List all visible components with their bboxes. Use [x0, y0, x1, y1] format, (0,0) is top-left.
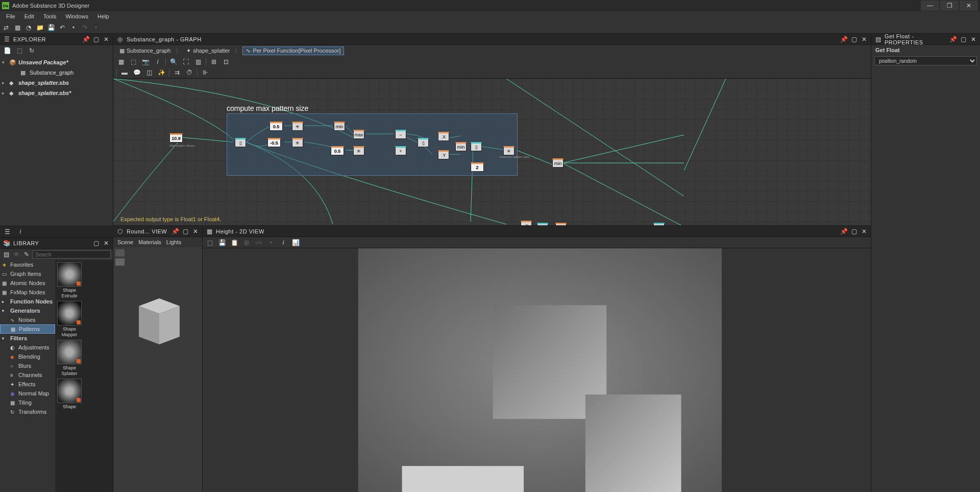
library-thumbnail[interactable]: Shape Splatter [57, 340, 82, 377]
dropdown-icon[interactable]: ▾ [267, 239, 275, 247]
close-button[interactable]: ✕ [960, 1, 978, 11]
camera-icon[interactable]: 📷 [141, 57, 150, 66]
maximize-panel-icon[interactable]: ▢ [850, 228, 857, 235]
menu-help[interactable]: Help [93, 12, 113, 20]
redo-dropdown-icon[interactable]: ▾ [92, 24, 100, 32]
library-tree-item[interactable]: ★Favorites [0, 260, 55, 269]
uv-icon[interactable]: UV [255, 239, 263, 247]
menu-edit[interactable]: Edit [20, 12, 38, 20]
node-min[interactable]: min [455, 142, 467, 151]
brush-icon[interactable]: ✎ [22, 250, 31, 259]
pin-icon[interactable]: 📌 [840, 228, 847, 235]
library-tree-item[interactable]: ≡Channels [0, 370, 55, 380]
tree-item-sbs[interactable]: ▸ ◆ shape_splatter.sbs [0, 78, 113, 88]
minimize-button[interactable]: — [921, 1, 939, 11]
eye-icon[interactable]: 👁 [12, 250, 20, 259]
library-tree-item[interactable]: ◐Adjustments [0, 343, 55, 352]
library-thumbnail[interactable]: Shape Mapper [57, 301, 82, 338]
chevron-right-icon[interactable]: ▸ [2, 90, 7, 96]
fit-icon[interactable]: ⛶ [181, 57, 190, 66]
tab-scene[interactable]: Scene [117, 239, 133, 245]
node-swizzle-y[interactable]: .Y [438, 150, 449, 159]
maximize-panel-icon[interactable]: ▢ [92, 36, 100, 43]
close-panel-icon[interactable]: ✕ [861, 228, 868, 235]
new-package-icon[interactable]: 📄 [3, 46, 11, 55]
close-panel-icon[interactable]: ✕ [103, 240, 110, 247]
menu-tools[interactable]: Tools [39, 12, 61, 20]
save-icon[interactable]: ⬚ [206, 239, 214, 247]
histogram-icon[interactable]: 📊 [291, 239, 300, 247]
globe-icon[interactable]: ◔ [24, 24, 33, 32]
node-icon[interactable]: ▬ [120, 68, 129, 77]
library-tree-item[interactable]: ○Blurs [0, 361, 55, 370]
menu-windows[interactable]: Windows [61, 12, 92, 20]
select-icon[interactable]: ▦ [116, 57, 126, 66]
export-icon[interactable]: 💾 [218, 239, 226, 247]
undo-dropdown-icon[interactable]: ▾ [69, 24, 78, 32]
library-tree-item[interactable]: ▦Atomic Nodes [0, 278, 55, 288]
node-op[interactable] [555, 223, 567, 225]
pin-icon[interactable]: 📌 [949, 36, 957, 43]
grid-icon[interactable]: ⊡ [222, 57, 231, 66]
save-icon[interactable]: 💾 [47, 24, 55, 32]
pin-icon[interactable]: 📌 [172, 228, 179, 235]
maximize-panel-icon[interactable]: ▢ [92, 240, 100, 247]
node-swizzle-x[interactable]: .X [521, 221, 532, 225]
library-tree-item[interactable]: ▭Graph Items [0, 269, 55, 278]
import-icon[interactable]: ⬚ [15, 46, 23, 55]
link-icon[interactable]: ⇄ [2, 24, 10, 32]
camera-icon[interactable] [115, 249, 125, 256]
node-min[interactable]: min [552, 158, 564, 168]
compute-icon[interactable]: ▦ [13, 24, 21, 32]
chevron-right-icon[interactable]: ▸ [2, 80, 7, 85]
maximize-button[interactable]: ❐ [940, 1, 959, 11]
copy-icon[interactable]: 📋 [230, 239, 238, 247]
highlight-icon[interactable]: ✨ [157, 68, 166, 77]
library-thumbnail[interactable]: Shape Extrude [57, 262, 82, 299]
library-tree-item[interactable]: ▾Filters [0, 334, 55, 343]
snap-icon[interactable]: ⊞ [209, 57, 218, 66]
timing-icon[interactable]: ⏱ [185, 68, 194, 77]
info-icon[interactable]: i [279, 239, 287, 247]
graph-canvas[interactable]: compute max pattern size 10.9 Max patter… [113, 79, 871, 225]
2d-viewport[interactable] [203, 248, 871, 492]
tab-lights[interactable]: Lights [166, 239, 181, 245]
tree-icon[interactable]: ☰ [3, 228, 11, 236]
node-max[interactable]: max [353, 130, 364, 139]
maximize-panel-icon[interactable]: ▢ [182, 228, 189, 235]
breadcrumb-item[interactable]: ▦Substance_graph [116, 47, 174, 55]
node-multiply[interactable]: ✳ [353, 146, 364, 155]
node-min[interactable]: min [334, 122, 345, 131]
node-op[interactable]: ▯ [235, 138, 246, 147]
chevron-down-icon[interactable]: ▾ [2, 60, 7, 65]
node-float-m05[interactable]: -0.5 [267, 138, 281, 147]
library-search-input[interactable] [33, 250, 111, 259]
node-float-2[interactable]: 2 [471, 162, 484, 172]
library-tree-item[interactable]: ◆Blending [0, 352, 55, 361]
node-float-05[interactable]: 0.5 [270, 122, 283, 131]
node-op[interactable]: ▯ [471, 142, 482, 151]
pin-node-icon[interactable]: ◫ [144, 68, 154, 77]
node-op[interactable]: ▯ [418, 138, 429, 147]
align-icon[interactable]: ▥ [193, 57, 203, 66]
library-thumbnail[interactable]: Shape [57, 379, 82, 410]
library-tree-item[interactable]: ◉Normal Map [0, 389, 55, 398]
menu-file[interactable]: File [2, 12, 19, 20]
tab-materials[interactable]: Materials [138, 239, 161, 245]
breadcrumb-item[interactable]: ✦shape_splatter [183, 47, 233, 55]
library-tree-item[interactable]: ▸Function Nodes [0, 297, 55, 306]
flow-icon[interactable]: ⇉ [173, 68, 182, 77]
library-tree-item[interactable]: ▾Generators [0, 306, 55, 315]
info-icon[interactable]: i [16, 228, 24, 236]
comment-icon[interactable]: 💬 [132, 68, 141, 77]
open-icon[interactable]: 📁 [36, 24, 44, 32]
maximize-panel-icon[interactable]: ▢ [850, 36, 857, 43]
library-tree-item[interactable]: ▦Patterns [0, 324, 55, 334]
node-subtract[interactable]: − [395, 130, 406, 139]
redo-icon[interactable]: ↷ [81, 24, 89, 32]
tree-item-package[interactable]: ▾ 📦 Unsaved Package* [0, 57, 113, 67]
node-float-109[interactable]: 10.9 [169, 133, 183, 143]
property-dropdown[interactable]: position_random [874, 56, 977, 65]
tree-item-graph[interactable]: ▦ Substance_graph [0, 67, 113, 78]
node-multiply[interactable]: ✳ [292, 122, 303, 131]
